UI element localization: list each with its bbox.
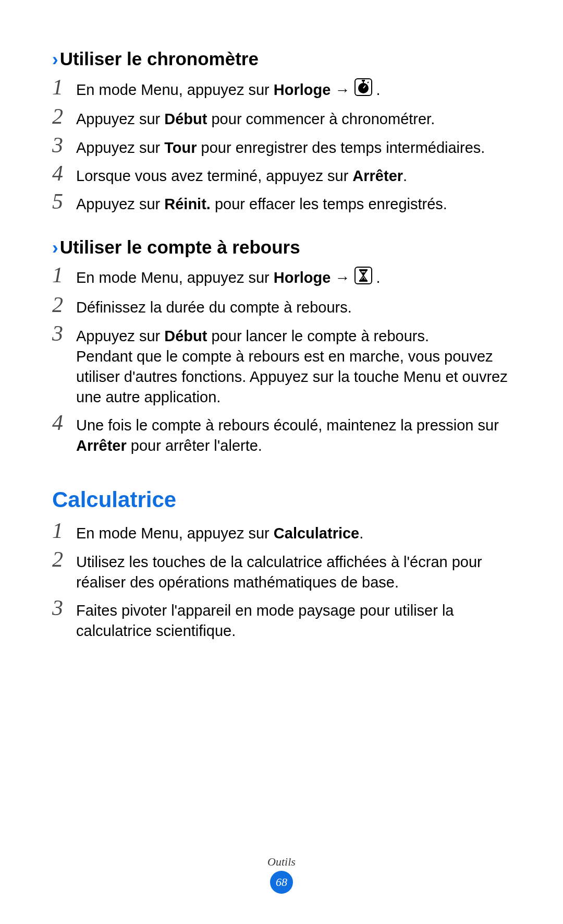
calculatrice-steps: 1 En mode Menu, appuyez sur Calculatrice… — [52, 517, 511, 642]
subheading-text: Utiliser le compte à rebours — [60, 237, 300, 257]
page-footer: Outils 68 — [0, 855, 563, 894]
stopwatch-icon — [354, 78, 372, 101]
footer-category: Outils — [0, 855, 563, 869]
step-text: Une fois le compte à rebours écoulé, mai… — [76, 411, 511, 456]
step-text: Définissez la durée du compte à rebours. — [76, 293, 352, 318]
step-text: Appuyez sur Début pour commencer à chron… — [76, 104, 435, 129]
step-text: Utilisez les touches de la calculatrice … — [76, 547, 511, 593]
step-text: En mode Menu, appuyez sur Horloge → . — [76, 75, 381, 102]
chevron-icon: › — [52, 49, 58, 69]
rebours-steps: 1 En mode Menu, appuyez sur Horloge → . — [52, 261, 511, 457]
step-number: 3 — [52, 321, 67, 345]
page-number-badge: 68 — [270, 871, 293, 894]
step-text: Appuyez sur Tour pour enregistrer des te… — [76, 133, 485, 158]
step-number: 4 — [52, 411, 67, 435]
list-item: 2 Définissez la durée du compte à rebour… — [52, 291, 511, 319]
list-item: 2 Utilisez les touches de la calculatric… — [52, 545, 511, 594]
list-item: 5 Appuyez sur Réinit. pour effacer les t… — [52, 187, 511, 215]
step-number: 3 — [52, 133, 67, 157]
list-item: 4 Une fois le compte à rebours écoulé, m… — [52, 409, 511, 457]
svg-line-4 — [368, 82, 369, 83]
list-item: 1 En mode Menu, appuyez sur Horloge → . — [52, 261, 511, 291]
step-text: Appuyez sur Réinit. pour effacer les tem… — [76, 189, 447, 214]
list-item: 3 Appuyez sur Début pour lancer le compt… — [52, 319, 511, 409]
subheading-chronometre: ›Utiliser le chronomètre — [52, 47, 511, 71]
section-title-calculatrice: Calculatrice — [52, 487, 511, 512]
list-item: 1 En mode Menu, appuyez sur Calculatrice… — [52, 517, 511, 545]
step-text: Faites pivoter l'appareil en mode paysag… — [76, 596, 511, 641]
list-item: 3 Faites pivoter l'appareil en mode pays… — [52, 594, 511, 642]
step-number: 1 — [52, 75, 67, 99]
list-item: 1 En mode Menu, appuyez sur Horloge → . — [52, 73, 511, 103]
hourglass-icon — [354, 267, 372, 290]
document-page: ›Utiliser le chronomètre 1 En mode Menu,… — [0, 0, 563, 924]
list-item: 2 Appuyez sur Début pour commencer à chr… — [52, 102, 511, 130]
step-text: Lorsque vous avez terminé, appuyez sur A… — [76, 161, 407, 186]
step-text: Appuyez sur Début pour lancer le compte … — [76, 321, 511, 408]
list-item: 3 Appuyez sur Tour pour enregistrer des … — [52, 131, 511, 159]
subheading-text: Utiliser le chronomètre — [60, 49, 259, 69]
subheading-compte-rebours: ›Utiliser le compte à rebours — [52, 235, 511, 259]
step-number: 5 — [52, 189, 67, 213]
page-number: 68 — [276, 875, 287, 889]
step-text: En mode Menu, appuyez sur Horloge → . — [76, 263, 381, 290]
svg-rect-2 — [362, 80, 365, 81]
step-number: 4 — [52, 161, 67, 185]
step-number: 1 — [52, 519, 67, 543]
step-number: 2 — [52, 547, 67, 571]
list-item: 4 Lorsque vous avez terminé, appuyez sur… — [52, 159, 511, 187]
step-number: 3 — [52, 596, 67, 620]
chronometre-steps: 1 En mode Menu, appuyez sur Horloge → . … — [52, 73, 511, 215]
step-number: 2 — [52, 293, 67, 317]
chevron-icon: › — [52, 237, 58, 257]
step-text: En mode Menu, appuyez sur Calculatrice. — [76, 519, 363, 544]
step-number: 2 — [52, 104, 67, 128]
step-number: 1 — [52, 263, 67, 287]
